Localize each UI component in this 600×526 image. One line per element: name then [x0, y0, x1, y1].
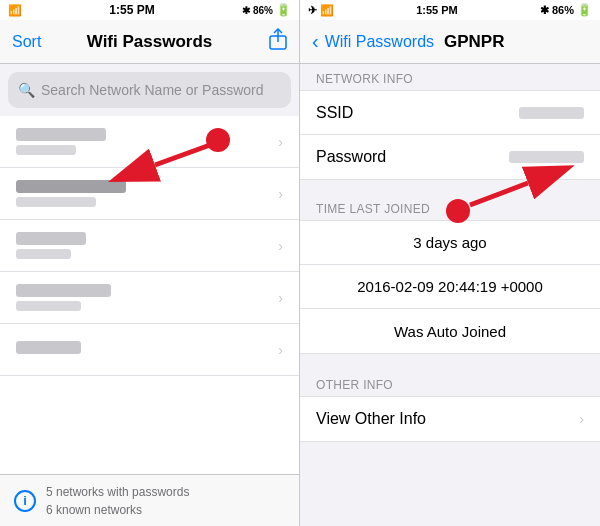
days-ago-text: 3 days ago — [413, 234, 486, 251]
right-battery-text: 86% — [552, 4, 574, 16]
list-item[interactable]: › — [0, 116, 299, 168]
network-name-blur — [16, 128, 106, 141]
time-header: TIME LAST JOINED — [300, 194, 600, 220]
other-info-table: View Other Info › — [300, 396, 600, 442]
view-other-info-row[interactable]: View Other Info › — [300, 397, 600, 441]
footer-line1: 5 networks with passwords — [46, 483, 189, 501]
footer-line2: 6 known networks — [46, 501, 189, 519]
auto-joined-text: Was Auto Joined — [394, 323, 506, 340]
timestamp-row: 2016-02-09 20:44:19 +0000 — [300, 265, 600, 309]
other-info-section: OTHER INFO View Other Info › — [300, 370, 600, 442]
search-icon: 🔍 — [18, 82, 35, 98]
left-page-title: Wifi Passwords — [87, 32, 213, 52]
ssid-label: SSID — [316, 104, 353, 122]
ssid-value-blur — [519, 107, 584, 119]
bluetooth-icon-right: ✱ — [540, 4, 549, 16]
left-panel: 📶 1:55 PM ✱ 86% 🔋 Sort Wifi Passwords — [0, 0, 300, 526]
airplane-icon: ✈ — [308, 4, 317, 16]
right-time: 1:55 PM — [416, 4, 458, 16]
wifi-icon: 📶 — [8, 4, 22, 17]
chevron-right-icon: › — [278, 186, 283, 202]
timestamp-text: 2016-02-09 20:44:19 +0000 — [357, 278, 543, 295]
view-other-info-label: View Other Info — [316, 410, 426, 428]
network-info-table: SSID Password — [300, 90, 600, 180]
time-table: 3 days ago 2016-02-09 20:44:19 +0000 Was… — [300, 220, 600, 354]
other-info-header: OTHER INFO — [300, 370, 600, 396]
right-nav-bar: ‹ Wifi Passwords GPNPR — [300, 20, 600, 64]
list-item[interactable]: › — [0, 220, 299, 272]
share-button[interactable] — [269, 28, 287, 55]
password-row: Password — [300, 135, 600, 179]
info-icon[interactable]: i — [14, 490, 36, 512]
left-status-icons: 📶 — [8, 4, 22, 17]
left-time: 1:55 PM — [109, 3, 154, 17]
back-arrow-icon: ‹ — [312, 30, 319, 53]
chevron-right-icon: › — [278, 342, 283, 358]
network-sub-blur — [16, 145, 76, 155]
search-placeholder: Search Network Name or Password — [41, 82, 264, 98]
chevron-right-icon: › — [278, 134, 283, 150]
network-list: › › › › — [0, 116, 299, 474]
network-name-blur — [16, 341, 81, 354]
network-name-blur — [16, 232, 86, 245]
password-label: Password — [316, 148, 386, 166]
left-status-bar: 📶 1:55 PM ✱ 86% 🔋 — [0, 0, 299, 20]
right-page-title: GPNPR — [444, 32, 504, 52]
bottom-bar: i 5 networks with passwords 6 known netw… — [0, 474, 299, 526]
ssid-row: SSID — [300, 91, 600, 135]
network-text — [16, 284, 111, 311]
chevron-right-icon: › — [278, 238, 283, 254]
right-battery-icon: 🔋 — [577, 3, 592, 17]
right-panel: ✈ 📶 1:55 PM ✱ 86% 🔋 ‹ Wifi Passwords GPN… — [300, 0, 600, 526]
network-name-blur — [16, 180, 126, 193]
battery-icon: 🔋 — [276, 3, 291, 17]
network-text — [16, 232, 86, 259]
footer-text: 5 networks with passwords 6 known networ… — [46, 483, 189, 519]
bluetooth-icon: ✱ — [242, 5, 250, 16]
right-status-left-icons: ✈ 📶 — [308, 4, 334, 17]
network-sub-blur — [16, 249, 71, 259]
search-bar[interactable]: 🔍 Search Network Name or Password — [8, 72, 291, 108]
network-text — [16, 128, 106, 155]
network-sub-blur — [16, 197, 96, 207]
right-status-bar: ✈ 📶 1:55 PM ✱ 86% 🔋 — [300, 0, 600, 20]
right-status-right-icons: ✱ 86% 🔋 — [540, 3, 592, 17]
wifi-icon-right: 📶 — [320, 4, 334, 16]
right-status-icons: ✱ 86% 🔋 — [242, 3, 291, 17]
share-icon — [269, 28, 287, 50]
network-text — [16, 180, 126, 207]
back-button[interactable]: Wifi Passwords — [325, 33, 434, 51]
chevron-right-icon: › — [278, 290, 283, 306]
time-section: TIME LAST JOINED 3 days ago 2016-02-09 2… — [300, 194, 600, 354]
network-sub-blur — [16, 301, 81, 311]
list-item[interactable]: › — [0, 168, 299, 220]
left-nav-bar: Sort Wifi Passwords — [0, 20, 299, 64]
network-info-section: NETWORK INFO SSID Password — [300, 64, 600, 180]
days-ago-row: 3 days ago — [300, 221, 600, 265]
list-item[interactable]: › — [0, 272, 299, 324]
list-item[interactable]: › — [0, 324, 299, 376]
battery-text: 86% — [253, 5, 273, 16]
network-text — [16, 341, 81, 358]
network-info-header: NETWORK INFO — [300, 64, 600, 90]
password-value-blur — [509, 151, 584, 163]
network-name-blur — [16, 284, 111, 297]
sort-button[interactable]: Sort — [12, 33, 41, 51]
auto-joined-row: Was Auto Joined — [300, 309, 600, 353]
chevron-right-other-icon: › — [579, 411, 584, 427]
